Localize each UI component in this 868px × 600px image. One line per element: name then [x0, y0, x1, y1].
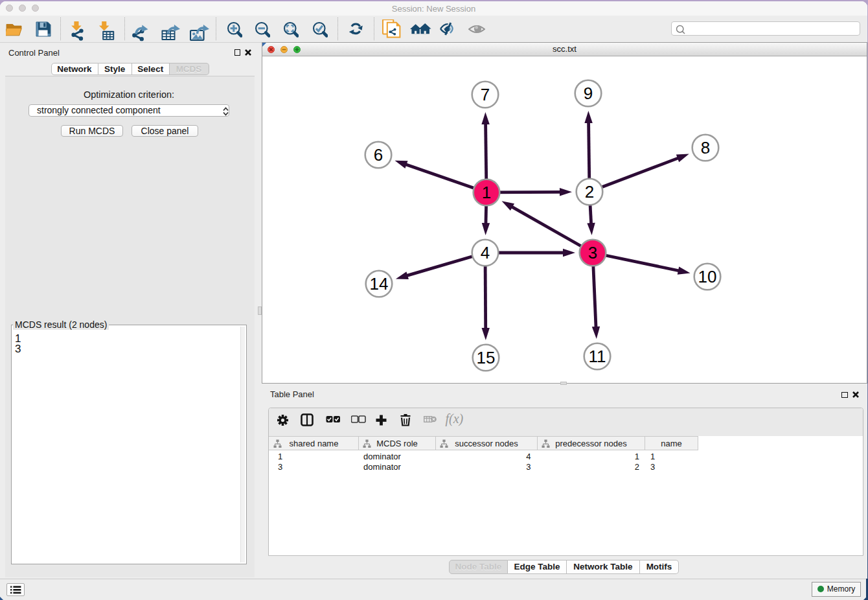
- svg-text:4: 4: [481, 243, 490, 262]
- svg-text:15: 15: [477, 348, 496, 367]
- svg-text:11: 11: [589, 347, 606, 366]
- svg-text:3: 3: [588, 243, 597, 262]
- svg-text:9: 9: [584, 84, 593, 103]
- svg-text:8: 8: [701, 138, 710, 157]
- svg-text:10: 10: [698, 267, 717, 286]
- svg-text:1: 1: [482, 183, 491, 202]
- svg-text:6: 6: [374, 145, 383, 165]
- svg-text:7: 7: [481, 85, 490, 104]
- svg-text:14: 14: [370, 274, 389, 294]
- svg-text:2: 2: [585, 182, 594, 202]
